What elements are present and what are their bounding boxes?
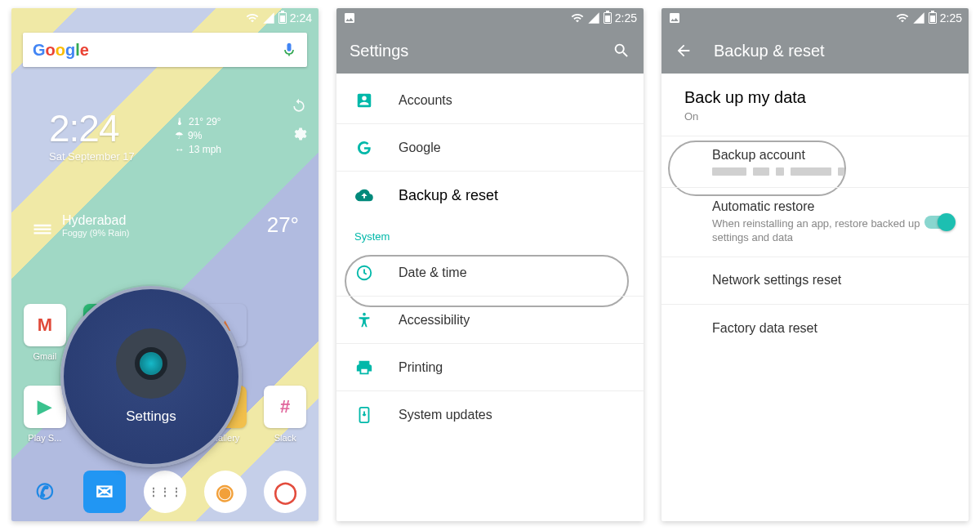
thermometer-icon: 🌡 <box>175 116 185 127</box>
status-bar: 2:25 <box>662 8 969 28</box>
screen-settings: 2:25 Settings AccountsGoogleBackup & res… <box>336 8 644 521</box>
backup-item-network-settings-reset[interactable]: Network settings reset <box>662 257 969 305</box>
status-bar: 2:24 <box>11 8 318 28</box>
section-system: System <box>336 219 644 246</box>
update-icon <box>354 406 374 424</box>
backup-item-factory-data-reset[interactable]: Factory data reset <box>662 305 969 352</box>
settings-item-system-updates[interactable]: System updates <box>336 391 644 439</box>
signal-icon <box>587 11 600 25</box>
umbrella-icon: ☂ <box>175 130 184 141</box>
appbar-title: Settings <box>350 42 408 60</box>
dock-item-0[interactable]: ✆ <box>15 471 75 513</box>
settings-item-accessibility[interactable]: Accessibility <box>336 297 644 344</box>
status-time: 2:24 <box>290 11 312 25</box>
app-bar: Settings <box>336 28 644 74</box>
status-bar: 2:25 <box>336 8 644 28</box>
accounts-icon <box>354 91 374 109</box>
settings-item-accounts[interactable]: Accounts <box>336 77 644 124</box>
google-search-bar[interactable]: Google <box>23 33 307 67</box>
wifi-icon <box>246 11 259 25</box>
settings-item-backup-reset[interactable]: Backup & reset <box>336 172 644 219</box>
status-time: 2:25 <box>940 11 962 25</box>
status-time: 2:25 <box>615 11 637 25</box>
settings-item-date-time[interactable]: Date & time <box>336 249 644 297</box>
weather-mini: 🌡21° 29° ☂9% ↔13 mph <box>175 116 221 158</box>
city-name: Hyderabad <box>62 213 130 228</box>
a11y-icon <box>354 311 374 329</box>
google-icon <box>354 139 374 157</box>
battery-icon <box>604 12 612 24</box>
battery-icon <box>278 12 287 24</box>
settings-list-system: Date & timeAccessibilityPrintingSystem u… <box>336 246 644 439</box>
screen-backup-reset: 2:25 Backup & reset Back up my dataOnBac… <box>662 8 969 521</box>
backup-item-back-up-my-data[interactable]: Back up my dataOn <box>662 77 969 136</box>
settings-item-printing[interactable]: Printing <box>336 344 644 391</box>
toggle-switch[interactable] <box>924 216 954 229</box>
settings-list: AccountsGoogleBackup & reset <box>336 74 644 219</box>
back-icon[interactable] <box>675 42 693 60</box>
app-slack[interactable]: #Slack <box>255 386 315 443</box>
fog-icon <box>31 214 54 237</box>
signal-icon <box>912 11 925 25</box>
app-bar: Backup & reset <box>662 28 969 74</box>
print-icon <box>354 359 374 377</box>
backup-item-automatic-restore[interactable]: Automatic restoreWhen reinstalling an ap… <box>662 188 969 257</box>
clock-time: 2:24 <box>49 106 135 150</box>
widget-controls <box>291 98 307 142</box>
settings-label: Settings <box>126 408 176 425</box>
refresh-icon[interactable] <box>291 98 307 114</box>
battery-icon <box>929 12 937 24</box>
wifi-icon <box>896 11 909 25</box>
settings-icon <box>116 328 186 399</box>
weather-row[interactable]: Hyderabad Foggy (9% Rain) 27° <box>31 212 299 238</box>
google-logo: Google <box>33 41 89 60</box>
dock-item-2[interactable]: ⋮⋮⋮ <box>135 471 195 513</box>
dock: ✆✉⋮⋮⋮◉◯ <box>11 471 318 513</box>
settings-highlight-bubble[interactable]: Settings <box>60 286 242 467</box>
wind-icon: ↔ <box>175 144 185 155</box>
clock-icon <box>354 264 374 282</box>
dock-item-3[interactable]: ◉ <box>195 471 256 513</box>
screen-home: 2:24 Google 2:24 Sat September 17 🌡21° 2… <box>11 8 318 521</box>
mic-icon[interactable] <box>281 42 297 58</box>
backup-icon <box>354 186 374 204</box>
settings-item-google[interactable]: Google <box>336 124 644 172</box>
dock-item-4[interactable]: ◯ <box>255 471 315 513</box>
temperature: 27° <box>267 212 299 238</box>
dock-item-1[interactable]: ✉ <box>75 471 136 513</box>
appbar-title: Backup & reset <box>714 42 825 60</box>
gear-icon[interactable] <box>291 126 307 142</box>
clock-widget[interactable]: 2:24 Sat September 17 <box>49 106 135 163</box>
conditions: Foggy (9% Rain) <box>62 228 130 238</box>
image-icon <box>343 11 356 25</box>
wifi-icon <box>571 11 584 25</box>
signal-icon <box>262 11 275 25</box>
clock-date: Sat September 17 <box>49 150 135 163</box>
image-icon <box>668 11 681 25</box>
backup-item-backup-account[interactable]: Backup account <box>662 136 969 188</box>
backup-list: Back up my dataOnBackup accountAutomatic… <box>662 74 969 352</box>
svg-point-1 <box>363 312 366 315</box>
search-icon[interactable] <box>612 42 630 60</box>
